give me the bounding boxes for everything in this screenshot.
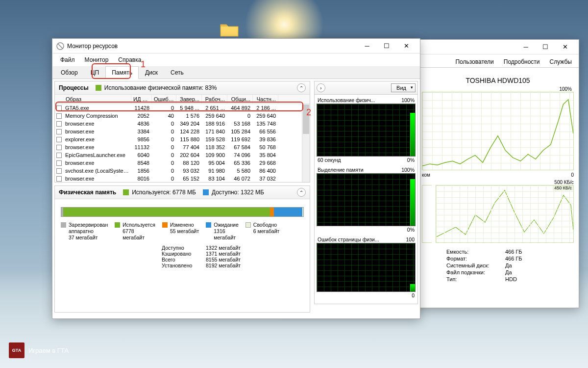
bg-maximize-button[interactable]: ☐ [536,40,555,54]
tab-memory[interactable]: Память [105,66,139,79]
row-checkbox[interactable] [56,145,62,150]
table-row[interactable]: GTA5.exe 11428 0 5 948 ... 2 651 ... 464… [55,104,310,112]
table-row[interactable]: browser.exe 4836 0 349 204 188 916 53 16… [55,120,310,128]
row-checkbox[interactable] [56,153,62,158]
tab-users[interactable]: Пользователи [450,56,498,67]
row-checkbox[interactable] [56,137,62,142]
gta-icon: GTA [9,342,24,358]
menu-file[interactable]: Файл [55,54,80,65]
row-checkbox[interactable] [56,176,62,182]
svg-line-1 [58,44,63,49]
resmon-icon [56,42,64,50]
bg-close-button[interactable]: ✕ [555,40,575,54]
table-row[interactable]: Memory Compression 2052 40 1 576 259 640… [55,112,310,120]
maximize-button[interactable]: ☐ [377,39,396,53]
row-checkbox[interactable] [56,160,62,166]
response-time-chart [422,185,432,243]
table-row[interactable]: EpicGamesLauncher.exe 6040 0 202 604 109… [55,151,310,159]
table-row[interactable]: browser.exe 8016 0 65 152 83 104 46 072 … [55,175,310,182]
pagefault-chart [317,243,416,292]
col-image[interactable]: Образ [64,95,131,104]
tab-details[interactable]: Подробности [499,56,545,67]
usage-label: Использование физической памяти: 83% [104,84,217,91]
desktop-folder-icon[interactable] [220,22,239,37]
tab-disk[interactable]: Диск [139,66,164,79]
col-working[interactable]: Рабоч... [202,95,227,104]
collapse-processes-button[interactable]: ⌃ [297,83,306,92]
collapse-physmem-button[interactable]: ⌃ [297,188,306,197]
usage-swatch [96,85,101,91]
phys-usage-chart [317,104,416,157]
table-row[interactable]: explorer.exe 9856 0 115 880 159 528 119 … [55,135,310,143]
processes-table: Образ ИД п... Ошибо... Завер... Рабоч...… [55,95,310,182]
disk-pct-max: 100% [422,86,574,92]
memory-bar [61,207,304,217]
row-checkbox[interactable] [56,129,62,134]
row-checkbox[interactable] [56,113,62,119]
physmem-header: Физическая память [59,189,116,196]
row-checkbox[interactable] [56,168,62,174]
tab-overview[interactable]: Обзор [54,66,84,79]
window-title: Монитор ресурсов [67,43,357,50]
close-button[interactable]: ✕ [396,39,416,53]
tab-network[interactable]: Сеть [164,66,190,79]
tab-services[interactable]: Службы [545,56,577,67]
view-dropdown[interactable]: Вид [391,83,416,92]
col-commit[interactable]: Завер... [176,95,202,104]
disk-title: TOSHIBA HDWD105 [422,77,574,84]
table-row[interactable]: svchost.exe (LocalSystemNet... 1856 0 93… [55,167,310,175]
table-row[interactable]: browser.exe 8548 0 88 120 95 004 65 336 … [55,159,310,167]
commit-chart [317,173,416,226]
bg-minimize-button[interactable]: ─ [516,40,536,54]
transfer-rate-chart: 450 КБ/с [436,185,574,243]
col-private[interactable]: Частн... [253,95,278,104]
tab-cpu[interactable]: ЦП [84,66,106,79]
menu-help[interactable]: Справка [113,54,146,65]
collapse-charts-button[interactable]: › [317,83,325,92]
col-errors[interactable]: Ошибо... [152,95,176,104]
col-shared[interactable]: Общи... [227,95,253,104]
taskbar-gta[interactable]: GTA Играем в ГТА [9,342,69,358]
minimize-button[interactable]: ─ [357,39,377,53]
col-pid[interactable]: ИД п... [131,95,152,104]
processes-header: Процессы [59,84,89,91]
row-checkbox[interactable] [56,121,62,127]
menu-monitor[interactable]: Монитор [80,54,114,65]
row-checkbox[interactable] [56,105,62,111]
disk-activity-chart [422,92,574,170]
table-row[interactable]: browser.exe 3384 0 124 228 171 840 105 2… [55,128,310,135]
table-scrollbar[interactable] [302,105,310,182]
resource-monitor-window: Монитор ресурсов ─ ☐ ✕ Файл Монитор Спра… [52,38,420,319]
table-row[interactable]: browser.exe 11132 0 77 404 118 352 67 58… [55,143,310,151]
